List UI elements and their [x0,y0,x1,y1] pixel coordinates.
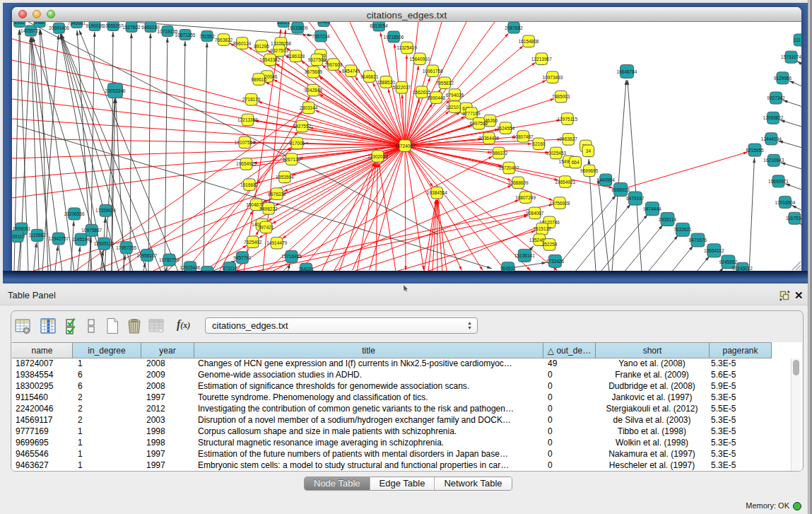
svg-text:10958107: 10958107 [136,253,157,258]
svg-text:9129966: 9129966 [774,76,792,81]
svg-text:8813054: 8813054 [370,23,388,28]
svg-text:3675685: 3675685 [305,69,323,74]
svg-text:20053346: 20053346 [105,88,126,93]
svg-text:14914479: 14914479 [266,240,287,245]
svg-text:14055721: 14055721 [20,28,41,33]
svg-text:90245012: 90245012 [732,266,753,271]
svg-text:17359924: 17359924 [95,208,116,213]
svg-text:23302033: 23302033 [367,154,388,159]
svg-text:8958923: 8958923 [611,187,630,192]
svg-text:8930: 8930 [14,22,25,25]
svg-text:10654112: 10654112 [704,248,724,253]
svg-text:7485003: 7485003 [552,94,570,99]
svg-text:1115682: 1115682 [28,233,46,238]
svg-text:20364436: 20364436 [478,136,499,141]
svg-text:92450: 92450 [201,270,213,271]
svg-text:997421: 997421 [259,225,274,230]
svg-text:5267130: 5267130 [283,157,301,162]
svg-text:19756928: 19756928 [549,201,570,206]
svg-text:9474444: 9474444 [643,206,661,211]
svg-text:6497568: 6497568 [470,121,488,126]
svg-text:15716485: 15716485 [281,254,302,259]
svg-text:8471676: 8471676 [689,238,707,243]
svg-text:9245652: 9245652 [719,259,738,264]
svg-text:10465: 10465 [317,22,330,24]
svg-text:11325419: 11325419 [396,45,417,50]
svg-text:2935114: 2935114 [659,217,676,222]
svg-text:8186328: 8186328 [287,54,305,59]
svg-text:7357224: 7357224 [312,34,330,39]
svg-text:1167534: 1167534 [786,216,801,221]
svg-text:19654925: 19654925 [236,161,257,166]
svg-text:15692971: 15692971 [768,179,789,184]
svg-text:9242848: 9242848 [305,88,323,93]
svg-text:5322037: 5322037 [393,85,411,90]
svg-text:1527602: 1527602 [122,25,141,30]
svg-text:7663822: 7663822 [215,37,233,42]
svg-text:16543382: 16543382 [259,57,280,62]
svg-text:873110: 873110 [222,266,237,271]
svg-text:7986372: 7986372 [490,151,508,156]
svg-text:12213369: 12213369 [237,117,258,122]
svg-text:16648784: 16648784 [617,69,637,74]
svg-text:12942757: 12942757 [48,236,69,241]
svg-text:16154808: 16154808 [519,39,539,44]
svg-text:18807249: 18807249 [515,195,536,200]
svg-text:9146821: 9146821 [360,74,379,79]
svg-text:9857791: 9857791 [233,255,252,260]
svg-text:9777169: 9777169 [462,111,481,116]
svg-text:9327503: 9327503 [270,48,288,53]
svg-text:751552: 751552 [199,34,215,39]
svg-text:15751074: 15751074 [781,54,801,59]
svg-text:12444194: 12444194 [761,136,782,141]
svg-text:17957255: 17957255 [116,245,136,250]
svg-text:20691406: 20691406 [49,25,69,30]
svg-text:11172: 11172 [794,37,801,42]
svg-text:5498222: 5498222 [259,206,278,211]
svg-text:9227342: 9227342 [767,95,785,100]
svg-text:2803144: 2803144 [300,105,318,110]
svg-text:9327506: 9327506 [308,57,326,62]
svg-text:18724007: 18724007 [395,144,416,148]
svg-text:917006: 917006 [289,141,305,146]
svg-text:9463627: 9463627 [559,136,577,141]
svg-text:12975115: 12975115 [558,117,578,122]
svg-text:3624554: 3624554 [497,126,515,131]
svg-text:2087682: 2087682 [505,25,523,30]
svg-text:10973493: 10973493 [542,75,563,80]
svg-text:1733426: 1733426 [546,259,565,264]
svg-text:9084067: 9084067 [526,211,544,216]
svg-text:1562615: 1562615 [413,90,431,95]
svg-text:10655267: 10655267 [103,23,124,28]
svg-text:15720407: 15720407 [499,165,519,170]
svg-text:2967608: 2967608 [324,62,343,67]
svg-text:9699695: 9699695 [580,168,599,173]
svg-text:1588520: 1588520 [377,80,396,85]
svg-text:19654923: 19654923 [555,180,575,185]
svg-text:12093822: 12093822 [763,115,784,120]
svg-text:1353594: 1353594 [276,175,294,180]
svg-text:989616: 989616 [251,77,266,82]
svg-text:20206536: 20206536 [64,211,85,216]
svg-text:19384554: 19384554 [427,190,447,195]
svg-text:1916682: 1916682 [240,182,259,187]
svg-text:10975867: 10975867 [81,228,102,233]
svg-text:17016504: 17016504 [775,200,795,205]
svg-text:15136141: 15136141 [514,253,535,258]
svg-text:19218506: 19218506 [384,35,404,40]
svg-text:891295: 891295 [254,44,269,49]
svg-text:16782759: 16782759 [159,257,180,262]
svg-text:8990448: 8990448 [428,95,446,100]
svg-text:1615132: 1615132 [533,226,551,231]
svg-text:83021: 83021 [277,22,290,25]
svg-text:8215955: 8215955 [746,148,764,153]
svg-text:939119: 939119 [12,234,25,239]
svg-text:252254: 252254 [542,242,558,247]
svg-text:62160: 62160 [532,141,545,146]
svg-text:9190026: 9190026 [86,23,104,28]
svg-text:6488: 6488 [35,22,45,25]
svg-text:7955812: 7955812 [436,81,454,86]
svg-text:15640910: 15640910 [409,57,430,62]
svg-text:12505135: 12505135 [94,241,114,246]
svg-text:12923446: 12923446 [180,265,201,270]
